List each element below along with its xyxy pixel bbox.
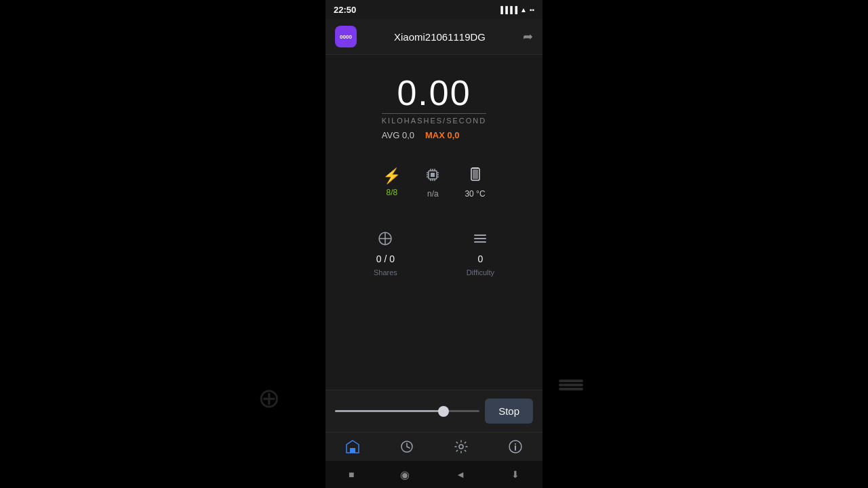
temperature-value: 30 °C xyxy=(465,189,485,199)
bottom-nav xyxy=(326,432,542,461)
slider-track xyxy=(335,410,479,412)
android-back-icon[interactable]: ◄ xyxy=(456,469,465,480)
cpu-value: n/a xyxy=(427,189,439,199)
signal-icon: ▐▐▐▐ xyxy=(498,6,517,14)
app-title: Xiaomi21061119DG xyxy=(394,31,486,43)
metrics-row: ⚡ 8/8 xyxy=(382,167,485,199)
side-right-icon xyxy=(555,369,587,407)
nav-settings[interactable] xyxy=(454,439,469,454)
battery-temp-icon xyxy=(471,167,480,186)
difficulty-value: 0 xyxy=(477,253,483,264)
android-recent-icon[interactable]: ⬇ xyxy=(511,469,519,480)
lightning-icon: ⚡ xyxy=(382,167,401,185)
status-bar: 22:50 ▐▐▐▐ ▲ ▪▪ xyxy=(326,0,542,19)
side-shares-icon: ⊕ xyxy=(258,382,281,413)
svg-rect-24 xyxy=(350,448,355,453)
phone-screen: 22:50 ▐▐▐▐ ▲ ▪▪ 0000 Xiaomi21061119DG ➦ … xyxy=(326,0,542,488)
battery-icon: ▪▪ xyxy=(530,6,534,14)
android-stop-icon[interactable]: ■ xyxy=(349,469,354,480)
hash-rate-section: 0.00 KILOHASHES/SECOND AVG 0,0 MAX 0,0 xyxy=(382,75,486,140)
svg-point-26 xyxy=(459,445,463,449)
cpu-metric: n/a xyxy=(425,167,440,199)
wifi-icon: ▲ xyxy=(520,6,527,14)
stats-row: 0 / 0 Shares 0 Difficulty xyxy=(339,231,529,277)
main-content: 0.00 KILOHASHES/SECOND AVG 0,0 MAX 0,0 ⚡… xyxy=(326,55,542,390)
temperature-metric: 30 °C xyxy=(465,167,485,199)
nav-history[interactable] xyxy=(399,439,414,454)
svg-rect-16 xyxy=(473,169,478,179)
hash-rate-value: 0.00 xyxy=(382,75,486,110)
avg-stat: AVG 0,0 xyxy=(382,130,414,140)
slider-fill xyxy=(335,410,443,412)
cpu-icon xyxy=(425,167,440,186)
slider-thumb[interactable] xyxy=(438,406,449,417)
threads-metric: ⚡ 8/8 xyxy=(382,167,401,199)
control-row: Stop xyxy=(326,390,542,432)
svg-rect-1 xyxy=(431,173,435,177)
app-logo-text: 0000 xyxy=(340,34,352,40)
slider-wrapper[interactable] xyxy=(335,410,479,412)
android-home-icon[interactable]: ◉ xyxy=(400,468,410,481)
difficulty-icon xyxy=(473,231,488,249)
difficulty-label: Difficulty xyxy=(467,268,494,277)
share-icon[interactable]: ➦ xyxy=(523,29,533,44)
svg-point-29 xyxy=(515,443,516,445)
nav-info[interactable] xyxy=(508,439,523,454)
shares-value: 0 / 0 xyxy=(376,253,395,264)
android-nav: ■ ◉ ◄ ⬇ xyxy=(326,461,542,488)
status-icons: ▐▐▐▐ ▲ ▪▪ xyxy=(498,6,534,14)
shares-stat: 0 / 0 Shares xyxy=(374,231,397,277)
difficulty-stat: 0 Difficulty xyxy=(467,231,494,277)
stop-button[interactable]: Stop xyxy=(485,399,533,424)
threads-value: 8/8 xyxy=(387,188,398,197)
hash-rate-stats: AVG 0,0 MAX 0,0 xyxy=(382,130,486,140)
nav-mining[interactable] xyxy=(345,439,360,454)
shares-icon xyxy=(378,231,393,249)
max-stat: MAX 0,0 xyxy=(425,130,460,140)
status-time: 22:50 xyxy=(334,5,356,15)
hash-rate-unit: KILOHASHES/SECOND xyxy=(382,113,486,125)
app-header: 0000 Xiaomi21061119DG ➦ xyxy=(326,19,542,55)
app-logo: 0000 xyxy=(335,26,357,47)
shares-label: Shares xyxy=(374,268,397,277)
